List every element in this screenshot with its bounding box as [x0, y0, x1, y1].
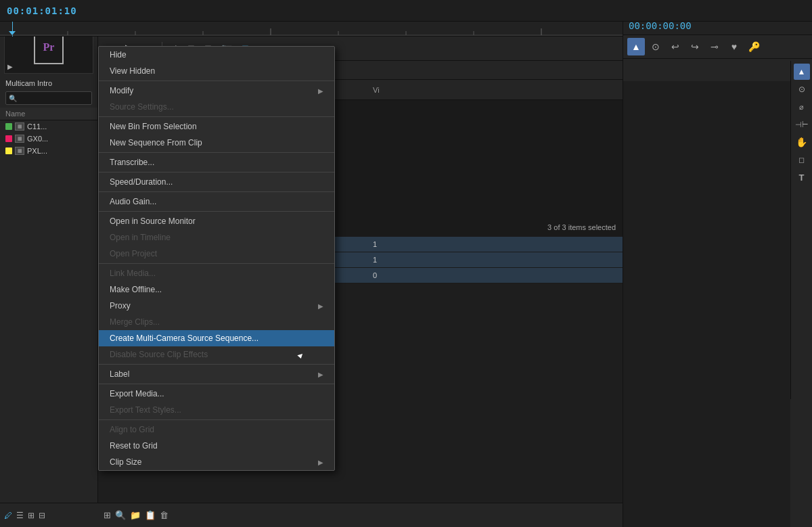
name-column-header: Name	[0, 108, 97, 120]
menu-item-modify[interactable]: Modify ▶	[99, 83, 334, 99]
menu-item-open-timeline[interactable]: Open in Timeline	[99, 229, 334, 246]
pen-tool-btn[interactable]: ⌀	[794, 99, 810, 115]
clip-list: ▦ C11... ▦ GX0... ▦ PXL...	[0, 120, 97, 157]
menu-item-export-text[interactable]: Export Text Styles...	[99, 402, 334, 418]
menu-item-link-media[interactable]: Link Media...	[99, 265, 334, 281]
eraser-btn[interactable]: ◻	[794, 152, 810, 168]
search-media-btn[interactable]: 🔍	[115, 510, 126, 520]
clip-name-gx0: GX0...	[27, 135, 48, 143]
menu-item-export-media[interactable]: Export Media...	[99, 386, 334, 402]
clip-name-pxl: PXL...	[27, 147, 47, 155]
search-icon: 🔍	[9, 95, 17, 102]
delete-btn[interactable]: 🗑	[160, 510, 168, 520]
arrow-right-icon: ▶	[318, 87, 323, 95]
ruler-marks	[0, 22, 623, 37]
arrow-right-icon: ▶	[318, 371, 323, 378]
folder-btn[interactable]: 📁	[130, 510, 141, 520]
clip-color-pxl	[5, 147, 12, 154]
menu-item-source-settings[interactable]: Source Settings...	[99, 99, 334, 115]
menu-separator	[99, 81, 334, 81]
edit-tool-btn[interactable]: 🖊	[3, 509, 14, 522]
clipboard-btn[interactable]: 📋	[145, 510, 156, 520]
menu-separator	[99, 263, 334, 264]
hand-btn[interactable]: ✋	[794, 134, 810, 150]
menu-separator	[99, 116, 334, 117]
vertical-tools: ▲ ⊙ ⌀ ⊣⊢ ✋ ◻ T	[790, 61, 812, 399]
menu-separator	[99, 152, 334, 153]
menu-item-label[interactable]: Label ▶	[99, 366, 334, 382]
timeline-content-area	[623, 81, 790, 527]
project-clip-name: Multicam Intro	[0, 78, 97, 89]
left-panel-bottom-toolbar: 🖊 ☰ ⊞ ⊟	[0, 503, 98, 527]
menu-item-hide[interactable]: Hide	[99, 47, 334, 63]
menu-separator	[99, 364, 334, 365]
text-btn[interactable]: T	[794, 169, 810, 185]
timeline-panel: × Timeline: (no sequences) ≡ 00:00:00:00…	[623, 0, 812, 527]
undo-btn[interactable]: ↩	[667, 38, 684, 55]
clip-name-c11: C11...	[27, 122, 47, 131]
arrow-right-icon: ▶	[318, 459, 323, 466]
clip-icon-gx0: ▦	[15, 135, 24, 143]
menu-item-align-grid[interactable]: Align to Grid	[99, 421, 334, 438]
menu-item-audio-gain[interactable]: Audio Gain...	[99, 193, 334, 210]
track-select-btn[interactable]: ⊙	[647, 38, 664, 55]
timeline-tools: ▲ ⊙ ↩ ↪ ⊸ ♥ 🔑	[623, 35, 812, 59]
clip-icon-pxl: ▦	[15, 147, 24, 155]
menu-item-merge-clips[interactable]: Merge Clips...	[99, 314, 334, 330]
selection-info: 3 of 3 items selected	[547, 223, 616, 231]
row3-vi: 0	[367, 271, 382, 279]
key-btn[interactable]: 🔑	[745, 38, 763, 55]
project-panel: Project: Multicam Int... Pr ▶ Multicam I…	[0, 0, 98, 527]
track-target-btn[interactable]: ⊙	[794, 81, 810, 97]
arrow-right-icon: ▶	[318, 302, 323, 310]
menu-item-new-sequence[interactable]: New Sequence From Clip	[99, 135, 334, 151]
menu-item-open-project[interactable]: Open Project	[99, 246, 334, 262]
clip-color-gx0	[5, 135, 12, 142]
clip-item[interactable]: ▦ GX0...	[0, 133, 97, 145]
selection-tool-btn[interactable]: ▲	[627, 38, 645, 55]
clip-icon-c11: ▦	[15, 122, 24, 131]
menu-item-create-multicam[interactable]: Create Multi-Camera Source Sequence...	[99, 330, 334, 346]
menu-item-transcribe[interactable]: Transcribe...	[99, 154, 334, 170]
menu-separator	[99, 384, 334, 384]
heart-btn[interactable]: ♥	[725, 38, 743, 55]
ripple-btn[interactable]: ⊸	[706, 38, 723, 55]
menu-item-view-hidden[interactable]: View Hidden	[99, 63, 334, 79]
menu-separator	[99, 191, 334, 192]
menu-item-clip-size[interactable]: Clip Size ▶	[99, 454, 334, 470]
menu-item-open-source[interactable]: Open in Source Monitor	[99, 213, 334, 229]
ruler-area	[0, 22, 623, 37]
col-vi: Vi	[367, 86, 385, 94]
media-bottom-bar: ⊞ 🔍 📁 📋 🗑	[98, 503, 623, 527]
play-icon-small: ▶	[7, 63, 13, 70]
menu-item-make-offline[interactable]: Make Offline...	[99, 281, 334, 298]
menu-separator	[99, 419, 334, 420]
freeform-view-btn[interactable]: ⊟	[37, 509, 47, 522]
select-btn[interactable]: ▲	[794, 64, 810, 80]
clip-color-c11	[5, 123, 12, 130]
in-out-btn[interactable]: ⊣⊢	[794, 116, 810, 133]
menu-item-proxy[interactable]: Proxy ▶	[99, 298, 334, 314]
clip-item[interactable]: ▦ PXL...	[0, 145, 97, 157]
row1-vi: 1	[367, 240, 382, 248]
top-timecode-bar: 00:01:01:10	[0, 0, 812, 22]
new-bin-btn[interactable]: ⊞	[104, 510, 111, 520]
menu-item-speed-duration[interactable]: Speed/Duration...	[99, 174, 334, 190]
menu-item-reset-grid[interactable]: Reset to Grid	[99, 438, 334, 454]
icon-view-btn[interactable]: ⊞	[26, 509, 36, 522]
menu-separator	[99, 172, 334, 173]
row2-vi: 1	[367, 256, 382, 264]
context-menu: Hide View Hidden Modify ▶ Source Setting…	[98, 46, 335, 471]
clip-item[interactable]: ▦ C11...	[0, 120, 97, 133]
search-bar[interactable]: 🔍	[5, 91, 92, 105]
redo-btn[interactable]: ↪	[686, 38, 704, 55]
menu-item-new-bin[interactable]: New Bin From Selection	[99, 118, 334, 135]
timecode-display: 00:01:01:10	[7, 5, 77, 16]
menu-separator	[99, 211, 334, 212]
list-view-btn[interactable]: ☰	[15, 509, 25, 522]
